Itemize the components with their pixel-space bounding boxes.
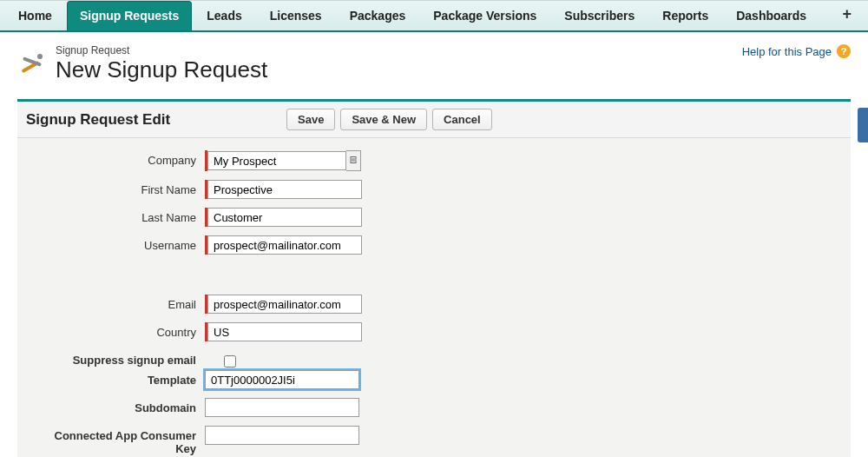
label-suppress-signup-email: Suppress signup email [31, 350, 205, 367]
save-and-new-button[interactable]: Save & New [340, 109, 427, 130]
lookup-icon[interactable] [346, 150, 361, 171]
label-country: Country [31, 322, 205, 339]
tab-dashboards[interactable]: Dashboards [723, 1, 819, 30]
subdomain-field[interactable] [205, 398, 359, 417]
username-field[interactable] [207, 235, 362, 255]
email-field[interactable] [207, 295, 362, 314]
help-link-text: Help for this Page [742, 45, 832, 58]
tab-reports[interactable]: Reports [649, 1, 721, 30]
label-subdomain: Subdomain [31, 398, 205, 414]
tab-subscribers[interactable]: Subscribers [551, 1, 648, 30]
label-email: Email [31, 295, 205, 311]
help-for-this-page-link[interactable]: Help for this Page ? [742, 44, 851, 58]
tab-packages[interactable]: Packages [337, 1, 419, 30]
company-field[interactable] [207, 151, 346, 170]
country-field[interactable] [207, 322, 362, 341]
label-template: Template [31, 370, 205, 387]
tab-leads[interactable]: Leads [194, 1, 254, 30]
svg-point-2 [37, 54, 43, 59]
label-username: Username [31, 235, 205, 252]
last-name-field[interactable] [207, 208, 362, 227]
cancel-button[interactable]: Cancel [432, 109, 492, 130]
template-field[interactable] [205, 370, 359, 389]
page-title: New Signup Request [56, 56, 267, 83]
connected-app-consumer-key-field[interactable] [205, 426, 359, 445]
help-icon: ? [837, 44, 851, 58]
svg-rect-3 [351, 157, 356, 163]
tab-home[interactable]: Home [5, 1, 65, 30]
suppress-signup-email-checkbox[interactable] [224, 355, 236, 368]
save-button[interactable]: Save [286, 109, 335, 130]
tab-licenses[interactable]: Licenses [257, 1, 335, 30]
tab-add[interactable]: + [832, 1, 861, 30]
scrollbar-thumb[interactable] [858, 108, 868, 142]
label-consumer-key: Connected App Consumer Key [31, 426, 205, 455]
label-last-name: Last Name [31, 208, 205, 224]
section-title: Signup Request Edit [26, 111, 286, 129]
first-name-field[interactable] [207, 180, 362, 199]
nav-tabs: Home Signup Requests Leads Licenses Pack… [0, 0, 868, 32]
object-label: Signup Request [56, 44, 267, 56]
tab-package-versions[interactable]: Package Versions [420, 1, 549, 30]
wrench-screwdriver-icon [17, 50, 47, 79]
label-company: Company [31, 150, 205, 167]
label-first-name: First Name [31, 180, 205, 196]
tab-signup-requests[interactable]: Signup Requests [67, 1, 192, 30]
